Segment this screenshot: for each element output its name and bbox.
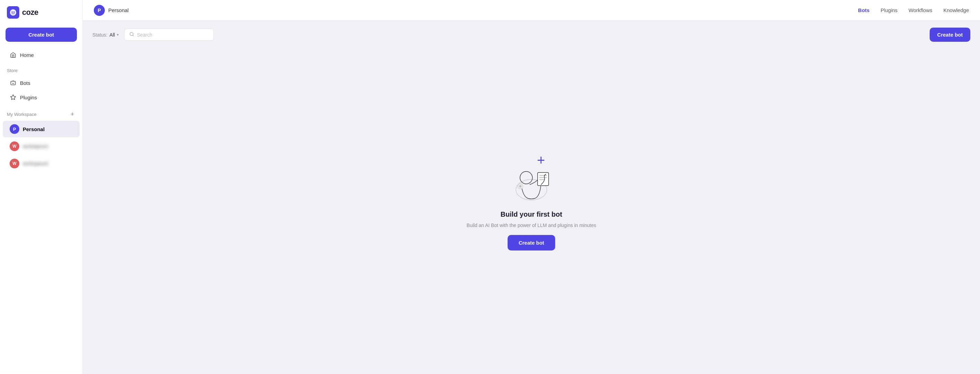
- chevron-down-icon: ▾: [117, 33, 119, 37]
- svg-text:+: +: [537, 153, 545, 168]
- topnav-username: Personal: [108, 7, 129, 13]
- personal-label: Personal: [23, 126, 45, 132]
- sidebar-item-plugins[interactable]: Plugins: [3, 91, 80, 104]
- sidebar-plugins-label: Plugins: [20, 94, 37, 100]
- personal-avatar: P: [10, 124, 19, 134]
- svg-rect-3: [11, 81, 16, 85]
- svg-point-0: [10, 9, 16, 16]
- status-label: Status:: [92, 32, 108, 38]
- workspace2-avatar: W: [10, 159, 19, 169]
- empty-state: +: [83, 49, 980, 374]
- svg-rect-11: [539, 179, 545, 180]
- topnav-link-plugins[interactable]: Plugins: [881, 6, 897, 14]
- content-area: Status: All ▾ Create bot: [83, 21, 980, 374]
- workspace-section-label: My Workspace +: [0, 105, 83, 120]
- plugins-icon: [10, 94, 17, 101]
- sidebar-item-home[interactable]: Home: [3, 48, 80, 62]
- workspace-personal[interactable]: P Personal: [3, 121, 80, 137]
- topnav: P Personal Bots Plugins Workflows Knowle…: [83, 0, 980, 21]
- svg-point-2: [13, 11, 15, 13]
- illustration-svg: +: [500, 152, 562, 204]
- logo-icon: [7, 6, 19, 19]
- svg-rect-9: [539, 175, 547, 176]
- svg-point-13: [519, 185, 521, 187]
- bots-icon: [10, 80, 17, 86]
- topnav-links: Bots Plugins Workflows Knowledge: [858, 6, 969, 14]
- sidebar-item-bots[interactable]: Bots: [3, 76, 80, 90]
- coze-logo-svg: [9, 9, 17, 16]
- store-section-label: Store: [0, 62, 83, 75]
- bot-illustration: +: [500, 152, 562, 204]
- svg-rect-10: [539, 177, 547, 178]
- logo-area: coze: [0, 0, 83, 25]
- status-value: All: [110, 32, 115, 38]
- workspace-item-1[interactable]: W workspace1: [3, 138, 80, 154]
- search-icon: [129, 32, 134, 38]
- svg-point-1: [11, 11, 13, 13]
- sidebar-nav: Home Store Bots Plugins: [0, 47, 83, 172]
- main-content: P Personal Bots Plugins Workflows Knowle…: [83, 0, 980, 374]
- sidebar: coze Create bot Home Store: [0, 0, 83, 374]
- home-icon: [10, 51, 17, 58]
- content-toolbar: Status: All ▾ Create bot: [83, 21, 980, 49]
- add-workspace-button[interactable]: +: [69, 110, 76, 118]
- topnav-link-knowledge[interactable]: Knowledge: [943, 6, 969, 14]
- logo-text: coze: [22, 8, 38, 17]
- status-filter[interactable]: Status: All ▾: [92, 32, 119, 38]
- create-bot-sidebar-button[interactable]: Create bot: [6, 28, 77, 42]
- topnav-link-workflows[interactable]: Workflows: [908, 6, 932, 14]
- sidebar-home-label: Home: [20, 52, 34, 58]
- svg-point-7: [520, 172, 532, 184]
- topnav-user: P Personal: [94, 5, 129, 16]
- create-bot-empty-button[interactable]: Create bot: [508, 235, 555, 250]
- workspace2-label: workspace2: [23, 161, 49, 166]
- empty-title: Build your first bot: [501, 210, 562, 218]
- workspace1-avatar: W: [10, 142, 19, 151]
- search-box: [124, 29, 214, 41]
- empty-subtitle: Build an AI Bot with the power of LLM an…: [466, 223, 596, 228]
- search-input[interactable]: [137, 32, 208, 38]
- topnav-avatar: P: [94, 5, 105, 16]
- create-bot-top-button[interactable]: Create bot: [930, 28, 970, 42]
- topnav-link-bots[interactable]: Bots: [858, 6, 869, 14]
- workspace-item-2[interactable]: W workspace2: [3, 155, 80, 172]
- workspace1-label: workspace1: [23, 143, 49, 149]
- sidebar-bots-label: Bots: [20, 80, 30, 86]
